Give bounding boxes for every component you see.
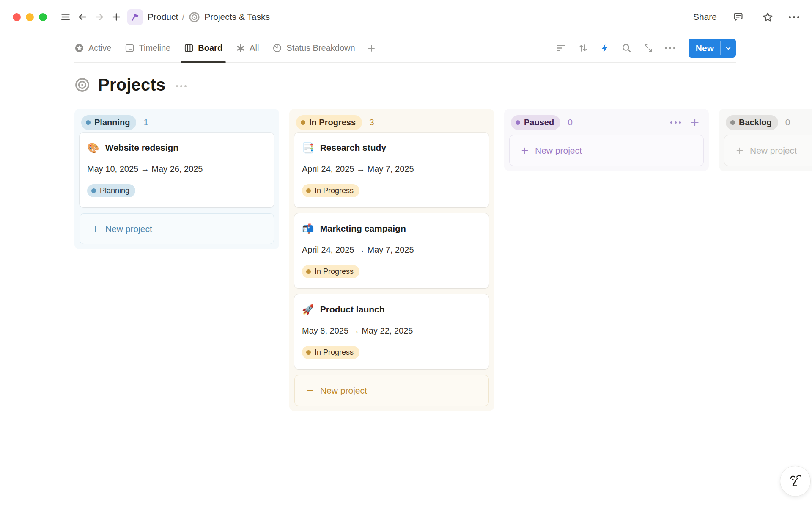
status-dot xyxy=(516,120,520,125)
card-title[interactable]: Website redesign xyxy=(105,143,179,153)
board-column-planning: Planning 1 🎨 Website redesign May 10, 20… xyxy=(74,109,279,249)
automation-lightning-icon[interactable] xyxy=(600,43,610,53)
project-card-website-redesign[interactable]: 🎨 Website redesign May 10, 2025 → May 26… xyxy=(80,133,274,207)
project-card-research-study[interactable]: 📑 Research study April 24, 2025 → May 7,… xyxy=(294,133,489,207)
column-count: 0 xyxy=(785,117,790,127)
board-column-paused: Paused 0 New project xyxy=(504,109,709,171)
share-button[interactable]: Share xyxy=(693,12,717,22)
board-column-in-progress: In Progress 3 📑 Research study April 24,… xyxy=(289,109,494,411)
project-card-marketing-campaign[interactable]: 📬 Marketing campaign April 24, 2025 → Ma… xyxy=(294,213,489,288)
sort-icon[interactable] xyxy=(578,43,588,53)
new-page-plus-icon[interactable] xyxy=(108,8,125,25)
target-icon xyxy=(189,11,200,23)
more-options-icon[interactable] xyxy=(789,16,799,18)
new-project-button[interactable]: New project xyxy=(80,213,274,244)
card-status-pill[interactable]: In Progress xyxy=(302,184,359,197)
tab-active[interactable]: Active xyxy=(74,34,118,62)
status-dot xyxy=(301,120,305,125)
title-more-icon[interactable] xyxy=(176,85,187,87)
tab-status-breakdown[interactable]: Status Breakdown xyxy=(266,34,362,62)
column-count: 3 xyxy=(369,117,374,127)
card-status-pill[interactable]: In Progress xyxy=(302,346,359,359)
tab-timeline[interactable]: Timeline xyxy=(118,34,177,62)
column-count: 1 xyxy=(143,117,148,127)
projects-target-icon xyxy=(74,77,90,93)
view-more-options-icon[interactable] xyxy=(665,47,675,49)
hamburger-menu-icon[interactable] xyxy=(57,8,74,25)
new-project-button[interactable]: New project xyxy=(509,135,704,166)
star-circle-icon xyxy=(74,43,84,53)
status-dot xyxy=(306,350,311,355)
card-date-range[interactable]: May 8, 2025 → May 22, 2025 xyxy=(302,326,481,336)
minimize-window-button[interactable] xyxy=(26,13,34,21)
close-window-button[interactable] xyxy=(13,13,21,21)
breadcrumb-separator: / xyxy=(182,12,184,22)
rocket-emoji: 🚀 xyxy=(302,305,314,315)
column-header[interactable]: Planning 1 xyxy=(80,112,274,133)
new-project-button[interactable]: New project xyxy=(294,375,489,406)
card-status-pill[interactable]: Planning xyxy=(87,184,135,197)
breadcrumb: Product / Projects & Tasks xyxy=(127,9,270,25)
tab-all[interactable]: All xyxy=(229,34,266,62)
status-dot xyxy=(730,120,735,125)
status-pill-paused[interactable]: Paused xyxy=(511,115,560,130)
view-tab-bar: Active Timeline Board xyxy=(74,34,736,63)
back-arrow-icon[interactable] xyxy=(74,8,91,25)
open-mailbox-emoji: 📬 xyxy=(302,224,314,234)
page-title: Projects xyxy=(98,75,165,94)
board-column-backlog: Backlog 0 New project xyxy=(719,109,812,171)
column-more-icon[interactable] xyxy=(670,121,681,124)
timeline-icon xyxy=(125,43,134,53)
status-dot xyxy=(306,269,311,274)
window-titlebar: Product / Projects & Tasks Share xyxy=(0,0,812,34)
status-pill-planning[interactable]: Planning xyxy=(81,115,136,130)
column-header[interactable]: In Progress 3 xyxy=(294,112,489,133)
status-dot xyxy=(86,120,91,125)
zoom-window-button[interactable] xyxy=(39,13,47,21)
bookmark-tabs-emoji: 📑 xyxy=(302,143,314,153)
add-view-plus-icon[interactable] xyxy=(362,34,381,62)
card-status-pill[interactable]: In Progress xyxy=(302,265,359,278)
column-count: 0 xyxy=(568,117,573,127)
card-title[interactable]: Marketing campaign xyxy=(320,224,406,234)
filter-icon[interactable] xyxy=(556,43,566,53)
card-date-range[interactable]: April 24, 2025 → May 7, 2025 xyxy=(302,245,481,255)
forward-arrow-icon[interactable] xyxy=(91,8,108,25)
breadcrumb-workspace[interactable]: Product xyxy=(148,12,178,22)
status-pill-in-progress[interactable]: In Progress xyxy=(296,115,362,130)
card-date-range[interactable]: May 10, 2025 → May 26, 2025 xyxy=(87,164,266,174)
comment-icon[interactable] xyxy=(730,8,746,25)
card-title[interactable]: Product launch xyxy=(320,304,385,315)
new-project-button[interactable]: New project xyxy=(724,135,812,166)
expand-icon[interactable] xyxy=(643,43,653,53)
asterisk-icon xyxy=(236,44,245,53)
new-button[interactable]: New xyxy=(689,39,736,58)
new-button-label[interactable]: New xyxy=(689,39,720,58)
column-add-plus-icon[interactable] xyxy=(689,117,700,128)
card-date-range[interactable]: April 24, 2025 → May 7, 2025 xyxy=(302,164,481,174)
workspace-hammer-icon[interactable] xyxy=(127,9,143,25)
notion-ai-face-icon xyxy=(787,473,804,490)
status-dot xyxy=(91,188,96,193)
column-header[interactable]: Backlog 0 xyxy=(724,112,812,133)
board-view: Planning 1 🎨 Website redesign May 10, 20… xyxy=(0,109,812,411)
breadcrumb-page[interactable]: Projects & Tasks xyxy=(204,12,270,22)
notion-ai-button[interactable] xyxy=(780,466,811,497)
project-card-product-launch[interactable]: 🚀 Product launch May 8, 2025 → May 22, 2… xyxy=(294,294,489,369)
card-title[interactable]: Research study xyxy=(320,143,386,153)
status-dot xyxy=(306,188,311,193)
favorite-star-icon[interactable] xyxy=(759,8,776,25)
pie-chart-icon xyxy=(272,43,282,53)
tab-board[interactable]: Board xyxy=(177,34,229,62)
search-icon[interactable] xyxy=(621,43,632,53)
board-columns-icon xyxy=(184,43,194,53)
traffic-lights xyxy=(13,13,47,21)
status-pill-backlog[interactable]: Backlog xyxy=(726,115,778,130)
chevron-down-icon[interactable] xyxy=(721,39,736,58)
column-header[interactable]: Paused 0 xyxy=(509,112,704,133)
artist-palette-emoji: 🎨 xyxy=(87,143,99,153)
